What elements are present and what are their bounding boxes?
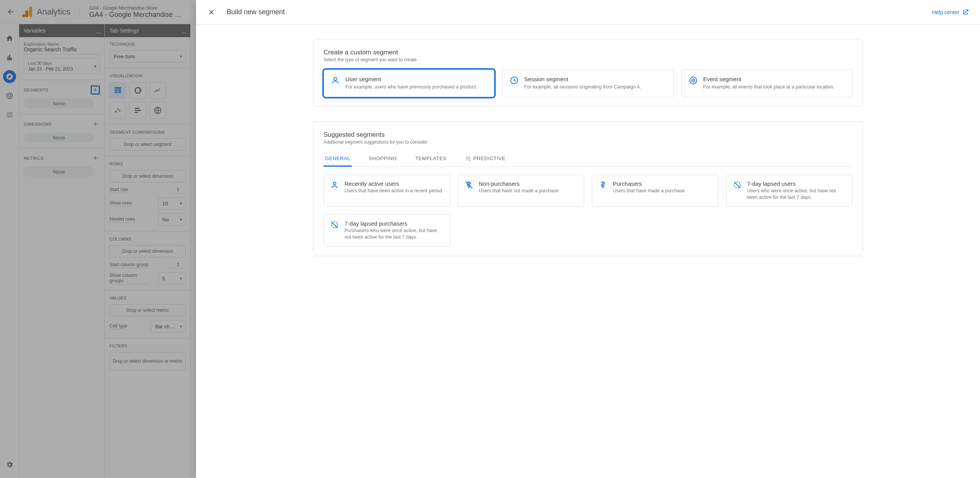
svg-rect-1 bbox=[25, 10, 28, 17]
suggested-item-desc: Users that have been active in a recent … bbox=[345, 188, 442, 195]
tab-predictive[interactable]: PREDICTIVE bbox=[464, 152, 507, 167]
nested-rows-select[interactable]: No▾ bbox=[158, 213, 186, 226]
no-dollar-icon bbox=[464, 180, 474, 190]
tab-templates[interactable]: TEMPLATES bbox=[414, 152, 448, 167]
wand-icon bbox=[465, 156, 471, 162]
viz-line-button[interactable] bbox=[149, 82, 166, 99]
visualization-buttons bbox=[109, 82, 186, 119]
chevron-down-icon: ▾ bbox=[180, 201, 182, 206]
svg-point-4 bbox=[8, 95, 11, 97]
scatter-icon bbox=[114, 106, 122, 115]
gear-icon bbox=[6, 461, 13, 468]
technique-select[interactable]: Free form ▾ bbox=[109, 50, 186, 62]
variables-panel: Variables – Exploration Name: Organic Se… bbox=[19, 24, 105, 478]
donut-icon bbox=[134, 86, 142, 95]
help-center-link[interactable]: Help center bbox=[932, 8, 969, 16]
close-button[interactable] bbox=[207, 8, 216, 17]
suggested-item-title: Purchasers bbox=[613, 180, 685, 187]
minimize-button[interactable]: – bbox=[182, 26, 186, 39]
rows-dropzone[interactable]: Drop or select dimension bbox=[109, 170, 186, 182]
start-row-input[interactable]: 1 bbox=[170, 186, 186, 193]
suggested-grid: Recently active usersUsers that have bee… bbox=[323, 175, 853, 247]
values-label: VALUES bbox=[109, 296, 186, 300]
segments-none-chip: None bbox=[24, 98, 94, 108]
segment-option-user[interactable]: User segmentFor example, users who have … bbox=[323, 69, 495, 97]
activity-icon bbox=[330, 180, 339, 190]
nav-reports[interactable] bbox=[3, 51, 16, 64]
suggested-non-purchasers[interactable]: Non-purchasersUsers that have not made a… bbox=[458, 175, 585, 207]
start-row-label: Start row bbox=[109, 187, 128, 193]
suggested-purchasers[interactable]: PurchasersUsers that have made a purchas… bbox=[592, 175, 719, 207]
nav-advertising[interactable] bbox=[3, 89, 16, 102]
nav-home[interactable] bbox=[3, 32, 16, 45]
segment-dropzone[interactable]: Drop or select segment bbox=[109, 138, 186, 151]
viz-geo-button[interactable] bbox=[149, 102, 166, 119]
suggested-item-desc: Purchasers who were once active, but hav… bbox=[345, 228, 444, 241]
project-selector[interactable]: GA4 - Google Merchandise Store GA4 - Goo… bbox=[80, 5, 181, 19]
nav-explore[interactable] bbox=[3, 70, 16, 83]
bar-horizontal-icon bbox=[134, 106, 142, 115]
start-col-group-input[interactable]: 1 bbox=[170, 261, 186, 268]
show-rows-select[interactable]: 10▾ bbox=[158, 197, 186, 210]
tab-general[interactable]: GENERAL bbox=[323, 152, 352, 167]
suggested-recently-active-users[interactable]: Recently active usersUsers that have bee… bbox=[323, 175, 450, 207]
modal-title: Build new segment bbox=[227, 8, 285, 16]
lapsed-icon bbox=[733, 180, 742, 190]
globe-icon bbox=[154, 106, 162, 115]
segment-option-event[interactable]: Event segmentFor example, all events tha… bbox=[681, 69, 853, 97]
date-range-selector[interactable]: Last 30 days Jan 23 - Feb 21, 2023 ▾ bbox=[24, 58, 100, 74]
add-metric-button[interactable]: + bbox=[91, 154, 100, 163]
show-col-groups-label: Show column groups bbox=[109, 273, 148, 284]
suggested-item-title: Non-purchasers bbox=[479, 180, 559, 187]
chevron-down-icon: ▾ bbox=[94, 64, 96, 69]
technique-value: Free form bbox=[114, 54, 135, 59]
lapsed-icon bbox=[330, 220, 339, 229]
target-icon bbox=[6, 92, 13, 100]
tab-shopping[interactable]: SHOPPING bbox=[367, 152, 398, 167]
cell-type-select[interactable]: Bar ch…▾ bbox=[151, 320, 186, 332]
line-chart-icon bbox=[154, 86, 162, 95]
nav-configure[interactable] bbox=[3, 108, 16, 121]
minimize-button[interactable]: – bbox=[96, 26, 101, 39]
svg-point-2 bbox=[22, 14, 25, 17]
values-dropzone[interactable]: Drop or select metric bbox=[109, 304, 186, 316]
metrics-none-chip: None bbox=[24, 167, 94, 177]
build-segment-modal: Build new segment Help center Create a c… bbox=[196, 0, 980, 478]
dimensions-label: DIMENSIONS bbox=[24, 122, 52, 126]
brand-name: Analytics bbox=[37, 7, 70, 17]
modal-header: Build new segment Help center bbox=[196, 0, 980, 25]
back-button[interactable] bbox=[3, 4, 18, 20]
nested-rows-label: Nested rows bbox=[109, 216, 135, 223]
segment-option-title: User segment bbox=[345, 76, 477, 82]
open-in-new-icon bbox=[962, 8, 969, 16]
segment-option-session[interactable]: Session segmentFor example, all sessions… bbox=[502, 69, 673, 97]
cell-type-label: Cell type bbox=[109, 323, 127, 329]
tab-settings-panel: Tab Settings – TECHNIQUE Free form ▾ VIS… bbox=[105, 24, 191, 478]
analytics-logo-icon bbox=[21, 5, 34, 19]
filters-dropzone[interactable]: Drop or select dimension or metric bbox=[109, 352, 186, 370]
suggested-7-day-lapsed-users[interactable]: 7-day lapsed usersUsers who were once ac… bbox=[726, 175, 853, 207]
variables-heading: Variables bbox=[24, 28, 46, 34]
bar-chart-icon bbox=[6, 54, 13, 61]
viz-bar-button[interactable] bbox=[129, 102, 146, 119]
svg-rect-0 bbox=[29, 7, 32, 17]
add-segment-button[interactable]: + bbox=[91, 85, 100, 95]
table-icon bbox=[114, 86, 122, 95]
suggested-item-title: Recently active users bbox=[345, 180, 442, 187]
viz-scatter-button[interactable] bbox=[109, 102, 126, 119]
suggested-7-day-lapsed-purchasers[interactable]: 7-day lapsed purchasersPurchasers who we… bbox=[323, 214, 450, 247]
viz-donut-button[interactable] bbox=[129, 82, 146, 99]
viz-table-button[interactable] bbox=[109, 82, 126, 99]
help-label: Help center bbox=[932, 9, 959, 15]
nav-admin[interactable] bbox=[3, 458, 16, 471]
add-dimension-button[interactable]: + bbox=[91, 120, 100, 129]
exploration-name-input[interactable]: Organic Search Traffic bbox=[24, 46, 100, 54]
segment-option-desc: For example, all sessions originating fr… bbox=[524, 84, 641, 91]
show-col-groups-select[interactable]: 5▾ bbox=[158, 272, 186, 285]
dollar-icon bbox=[598, 180, 608, 190]
modal-body: Create a custom segment Select the type … bbox=[196, 25, 980, 478]
suggested-item-desc: Users that have made a purchase bbox=[613, 188, 685, 195]
columns-dropzone[interactable]: Drop or select dimension bbox=[109, 245, 186, 257]
visualization-label: VISUALIZATION bbox=[109, 74, 186, 78]
technique-label: TECHNIQUE bbox=[109, 42, 186, 46]
